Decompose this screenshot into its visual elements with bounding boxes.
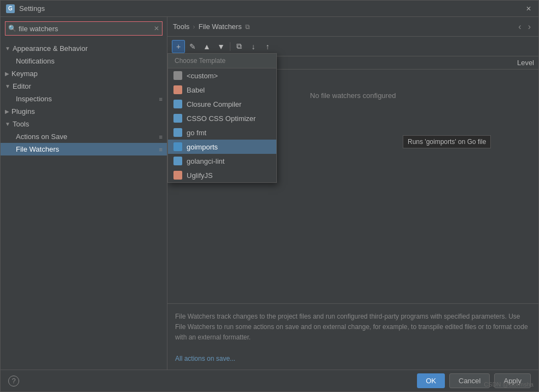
goimports-tooltip: Runs 'goimports' on Go file: [403, 135, 491, 148]
settings-window: G Settings ✕ 🔍 ✕ ▼ Appearance & Behavior…: [0, 0, 539, 392]
closure-compiler-icon: [173, 100, 182, 108]
dropdown-item-uglifyjs[interactable]: UglifyJS: [168, 168, 276, 182]
chevron-down-icon: ▼: [5, 83, 10, 89]
dropdown-item-goimports[interactable]: goimports: [168, 140, 276, 154]
dropdown-item-closure-compiler[interactable]: Closure Compiler: [168, 97, 276, 111]
all-actions-link[interactable]: All actions on save...: [175, 355, 235, 362]
dropdown-item-go-fmt[interactable]: go fmt: [168, 125, 276, 140]
file-watchers-badge: ≡: [159, 146, 163, 153]
chevron-right-icon: ▶: [5, 71, 9, 77]
sidebar-section-tools[interactable]: ▼ Tools: [1, 118, 167, 130]
chevron-down-icon: ▼: [5, 121, 10, 127]
window-title: Settings: [19, 4, 524, 13]
breadcrumb: Tools › File Watchers ⧉: [173, 22, 250, 31]
description-text: File Watchers track changes to the proje…: [175, 312, 531, 343]
breadcrumb-file-watchers: File Watchers: [199, 22, 242, 31]
close-button[interactable]: ✕: [524, 4, 533, 13]
window-controls: ✕: [524, 4, 533, 13]
nav-forward-button[interactable]: ›: [526, 21, 533, 33]
sidebar-nav: ▼ Appearance & Behavior Notifications ▶ …: [1, 40, 167, 370]
content-area: Tools › File Watchers ⧉ ‹ › + ✎ ▲ ▼ ⧉: [167, 17, 538, 370]
edit-button[interactable]: ✎: [186, 40, 199, 53]
search-input[interactable]: [5, 21, 163, 36]
sidebar-item-actions-on-save[interactable]: Actions on Save ≡: [1, 130, 167, 143]
add-button[interactable]: +: [172, 40, 185, 53]
inspections-badge: ≡: [159, 96, 163, 102]
export-button[interactable]: ↑: [261, 40, 274, 53]
dropdown-item-csso[interactable]: CSSO CSS Optimizer: [168, 111, 276, 125]
sidebar-item-file-watchers[interactable]: File Watchers ≡: [1, 143, 167, 155]
table-col-level: Level: [490, 59, 534, 67]
ok-button[interactable]: OK: [417, 373, 445, 388]
title-bar: G Settings ✕: [1, 1, 538, 17]
breadcrumb-separator: ›: [193, 22, 195, 31]
nav-back-button[interactable]: ‹: [516, 21, 523, 33]
dropdown-item-babel[interactable]: Babel: [168, 83, 276, 97]
help-button[interactable]: ?: [8, 376, 19, 387]
sidebar-section-label: Editor: [13, 82, 31, 90]
sidebar-section-label: Keymap: [11, 70, 38, 78]
search-box: 🔍 ✕: [5, 21, 163, 36]
import-button[interactable]: ↓: [247, 40, 260, 53]
actions-badge: ≡: [159, 134, 163, 140]
dropdown-item-custom[interactable]: <custom>: [168, 68, 276, 83]
uglifyjs-icon: [173, 171, 182, 180]
dropdown-item-golangci-lint[interactable]: golangci-lint: [168, 154, 276, 168]
custom-icon: [173, 71, 182, 80]
babel-icon: [173, 85, 182, 94]
breadcrumb-icon[interactable]: ⧉: [245, 23, 250, 31]
bottom-bar: ? OK Cancel Apply: [1, 370, 538, 391]
move-up-button[interactable]: ▲: [200, 40, 213, 53]
go-fmt-icon: [173, 128, 182, 137]
sidebar-section-label: Tools: [13, 120, 29, 128]
header-nav-buttons: ‹ ›: [516, 21, 533, 33]
csso-icon: [173, 114, 182, 123]
sidebar-item-notifications[interactable]: Notifications: [1, 55, 167, 67]
move-down-button[interactable]: ▼: [215, 40, 228, 53]
sidebar-section-appearance-behavior[interactable]: ▼ Appearance & Behavior: [1, 42, 167, 55]
app-icon: G: [6, 4, 15, 13]
watermark: CSDN @stormsha: [484, 381, 534, 388]
sidebar-section-keymap[interactable]: ▶ Keymap: [1, 67, 167, 80]
golangci-lint-icon: [173, 157, 182, 165]
main-content: 🔍 ✕ ▼ Appearance & Behavior Notification…: [1, 17, 538, 370]
search-icon: 🔍: [8, 25, 16, 32]
description-area: File Watchers track changes to the proje…: [167, 303, 538, 370]
sidebar-section-editor[interactable]: ▼ Editor: [1, 80, 167, 93]
copy-button[interactable]: ⧉: [233, 40, 246, 53]
toolbar-separator: [230, 42, 230, 51]
goimports-icon: [173, 142, 182, 151]
toolbar: + ✎ ▲ ▼ ⧉ ↓ ↑ Choose Template <custom>: [167, 37, 538, 56]
sidebar: 🔍 ✕ ▼ Appearance & Behavior Notification…: [1, 17, 167, 370]
sidebar-section-label: Plugins: [11, 107, 35, 116]
sidebar-section-label: Appearance & Behavior: [13, 44, 88, 53]
breadcrumb-tools: Tools: [173, 22, 189, 31]
content-header: Tools › File Watchers ⧉ ‹ ›: [167, 17, 538, 37]
chevron-right-icon: ▶: [5, 108, 9, 114]
chevron-down-icon: ▼: [5, 45, 10, 51]
sidebar-item-inspections[interactable]: Inspections ≡: [1, 93, 167, 105]
search-clear-button[interactable]: ✕: [154, 25, 159, 32]
dropdown-header: Choose Template: [168, 54, 276, 68]
choose-template-dropdown: Choose Template <custom> Babel Closure C…: [167, 53, 277, 183]
sidebar-section-plugins[interactable]: ▶ Plugins: [1, 105, 167, 118]
